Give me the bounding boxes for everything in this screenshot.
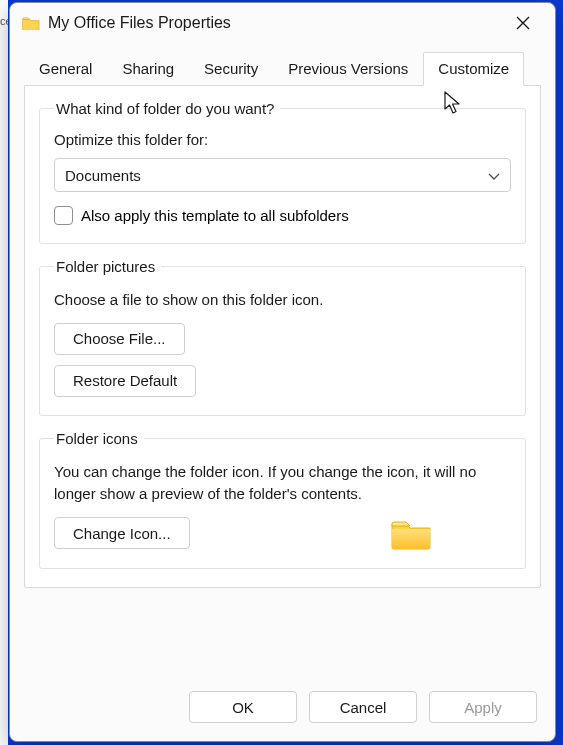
folder-icon xyxy=(22,16,40,31)
restore-default-button[interactable]: Restore Default xyxy=(54,365,196,397)
optimize-label: Optimize this folder for: xyxy=(54,131,511,148)
tab-security[interactable]: Security xyxy=(189,52,273,86)
tab-sharing[interactable]: Sharing xyxy=(107,52,189,86)
tab-previous-versions[interactable]: Previous Versions xyxy=(273,52,423,86)
folder-pictures-desc: Choose a file to show on this folder ico… xyxy=(54,289,511,311)
apply-button[interactable]: Apply xyxy=(429,691,537,723)
properties-dialog: My Office Files Properties General Shari… xyxy=(9,2,556,742)
optimize-select[interactable]: Documents xyxy=(54,158,511,192)
folder-icons-group: Folder icons You can change the folder i… xyxy=(39,430,526,570)
close-icon xyxy=(516,16,530,30)
change-icon-button[interactable]: Change Icon... xyxy=(54,517,190,549)
optimize-select-value: Documents xyxy=(65,167,141,184)
folder-preview-icon xyxy=(390,516,432,550)
ok-button[interactable]: OK xyxy=(189,691,297,723)
dialog-footer: OK Cancel Apply xyxy=(10,677,555,741)
folder-kind-group: What kind of folder do you want? Optimiz… xyxy=(39,100,526,244)
subfolders-check-row: Also apply this template to all subfolde… xyxy=(54,206,511,225)
choose-file-button[interactable]: Choose File... xyxy=(54,323,185,355)
folder-icons-legend: Folder icons xyxy=(54,430,144,447)
subfolders-checkbox[interactable] xyxy=(54,206,73,225)
titlebar: My Office Files Properties xyxy=(10,3,555,43)
folder-icons-desc: You can change the folder icon. If you c… xyxy=(54,461,511,505)
close-button[interactable] xyxy=(503,3,543,43)
customize-panel: What kind of folder do you want? Optimiz… xyxy=(24,86,541,588)
subfolders-label: Also apply this template to all subfolde… xyxy=(81,207,349,224)
tab-customize[interactable]: Customize xyxy=(423,52,524,86)
window-title: My Office Files Properties xyxy=(48,14,503,32)
tabstrip: General Sharing Security Previous Versio… xyxy=(10,43,555,85)
tab-general[interactable]: General xyxy=(24,52,107,86)
background-edge: ce xyxy=(0,0,8,745)
chevron-down-icon xyxy=(488,167,500,184)
folder-kind-legend: What kind of folder do you want? xyxy=(54,100,280,117)
folder-pictures-group: Folder pictures Choose a file to show on… xyxy=(39,258,526,416)
cancel-button[interactable]: Cancel xyxy=(309,691,417,723)
folder-pictures-legend: Folder pictures xyxy=(54,258,161,275)
